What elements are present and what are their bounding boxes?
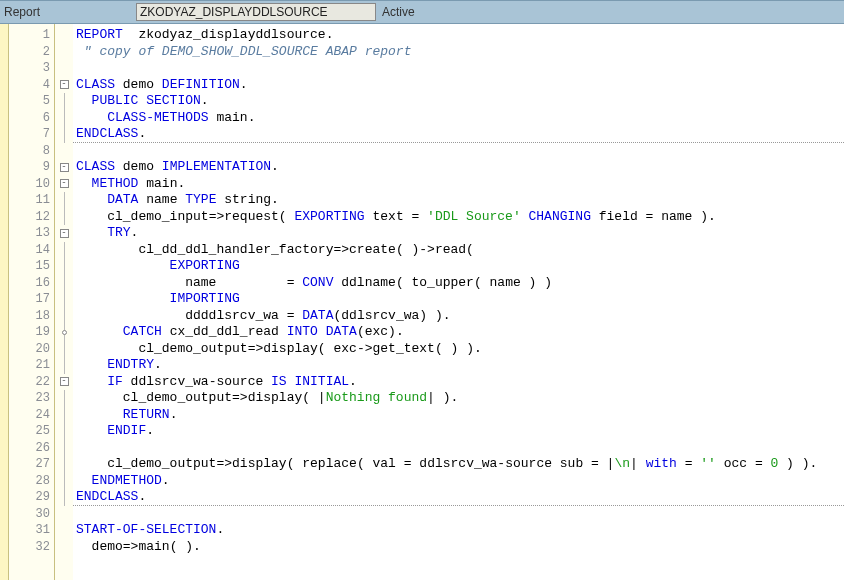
report-name-field[interactable] <box>136 3 376 21</box>
line-number: 23 <box>9 390 54 407</box>
code-line: ENDCLASS. <box>73 126 844 143</box>
code-line: REPORT zkodyaz_displayddlsource. <box>73 27 844 44</box>
fold-toggle[interactable]: - <box>60 179 69 188</box>
code-line: " copy of DEMO_SHOW_DDL_SOURCE ABAP repo… <box>73 44 844 61</box>
line-number: 4 <box>9 77 54 94</box>
code-line <box>73 60 844 77</box>
code-editor: 1 2 3 4 5 6 7 8 9 10 11 12 13 14 15 16 1… <box>0 24 844 580</box>
code-line <box>73 440 844 457</box>
line-number: 32 <box>9 539 54 556</box>
line-number: 18 <box>9 308 54 325</box>
code-line: IMPORTING <box>73 291 844 308</box>
line-number: 29 <box>9 489 54 506</box>
line-number: 7 <box>9 126 54 143</box>
code-line: name = CONV ddlname( to_upper( name ) ) <box>73 275 844 292</box>
header-bar: Report Active <box>0 0 844 24</box>
line-number: 25 <box>9 423 54 440</box>
code-line: cl_demo_output=>display( exc->get_text( … <box>73 341 844 358</box>
code-area[interactable]: REPORT zkodyaz_displayddlsource. " copy … <box>73 24 844 580</box>
line-number: 16 <box>9 275 54 292</box>
code-line: cl_demo_output=>display( replace( val = … <box>73 456 844 473</box>
line-number: 19 <box>9 324 54 341</box>
fold-marker-icon <box>62 330 67 335</box>
code-line: CLASS demo IMPLEMENTATION. <box>73 159 844 176</box>
line-number: 2 <box>9 44 54 61</box>
code-line: START-OF-SELECTION. <box>73 522 844 539</box>
line-number: 17 <box>9 291 54 308</box>
line-number: 28 <box>9 473 54 490</box>
code-line: CLASS-METHODS main. <box>73 110 844 127</box>
line-number: 5 <box>9 93 54 110</box>
code-line: ddddlsrcv_wa = DATA(ddlsrcv_wa) ). <box>73 308 844 325</box>
line-number: 26 <box>9 440 54 457</box>
line-number: 14 <box>9 242 54 259</box>
header-label: Report <box>0 5 136 19</box>
code-line: cl_demo_output=>display( |Nothing found|… <box>73 390 844 407</box>
breakpoint-margin[interactable] <box>0 24 9 580</box>
line-number: 11 <box>9 192 54 209</box>
fold-toggle[interactable]: - <box>60 377 69 386</box>
fold-gutter: ----- <box>55 24 73 580</box>
line-number: 22 <box>9 374 54 391</box>
code-line: CATCH cx_dd_ddl_read INTO DATA(exc). <box>73 324 844 341</box>
line-number: 30 <box>9 506 54 523</box>
fold-toggle[interactable]: - <box>60 163 69 172</box>
code-line: ENDMETHOD. <box>73 473 844 490</box>
fold-toggle[interactable]: - <box>60 229 69 238</box>
code-line: ENDIF. <box>73 423 844 440</box>
line-number: 13 <box>9 225 54 242</box>
code-line: ENDCLASS. <box>73 489 844 506</box>
line-number: 24 <box>9 407 54 424</box>
line-number: 27 <box>9 456 54 473</box>
code-line <box>73 506 844 523</box>
line-number: 1 <box>9 27 54 44</box>
fold-toggle[interactable]: - <box>60 80 69 89</box>
code-line: CLASS demo DEFINITION. <box>73 77 844 94</box>
line-number: 31 <box>9 522 54 539</box>
code-line: DATA name TYPE string. <box>73 192 844 209</box>
line-number: 20 <box>9 341 54 358</box>
code-line: PUBLIC SECTION. <box>73 93 844 110</box>
code-line: ENDTRY. <box>73 357 844 374</box>
code-line <box>73 143 844 160</box>
code-line: TRY. <box>73 225 844 242</box>
line-number: 10 <box>9 176 54 193</box>
code-line: METHOD main. <box>73 176 844 193</box>
status-label: Active <box>376 5 415 19</box>
line-number: 8 <box>9 143 54 160</box>
line-number: 3 <box>9 60 54 77</box>
code-line: EXPORTING <box>73 258 844 275</box>
code-line: cl_demo_input=>request( EXPORTING text =… <box>73 209 844 226</box>
line-number: 6 <box>9 110 54 127</box>
code-line: demo=>main( ). <box>73 539 844 556</box>
code-line: RETURN. <box>73 407 844 424</box>
line-number: 15 <box>9 258 54 275</box>
line-number: 21 <box>9 357 54 374</box>
line-number: 9 <box>9 159 54 176</box>
line-number: 12 <box>9 209 54 226</box>
code-line: cl_dd_ddl_handler_factory=>create( )->re… <box>73 242 844 259</box>
code-line: IF ddlsrcv_wa-source IS INITIAL. <box>73 374 844 391</box>
line-number-gutter: 1 2 3 4 5 6 7 8 9 10 11 12 13 14 15 16 1… <box>9 24 55 580</box>
